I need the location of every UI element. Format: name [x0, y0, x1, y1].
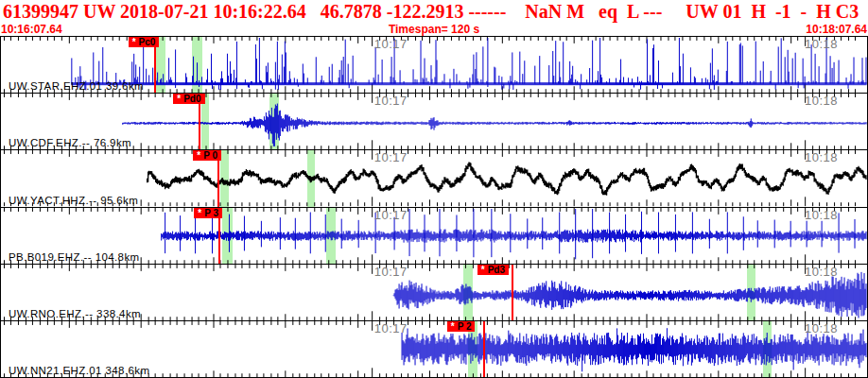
waveform-trace: [402, 328, 866, 371]
pick-flag[interactable]: *P 2: [447, 321, 476, 332]
pick-flag[interactable]: *Pc0: [129, 37, 160, 47]
pick-flag-marker: *: [451, 321, 455, 332]
trace-row-uw-yact-hhz[interactable]: 10:1710:18*P 0UW.YACT.HHZ.-- 95.6km: [1, 149, 867, 206]
channel-label: PB.B019.EHZ.-- 104.8km: [9, 251, 140, 264]
pick-flag[interactable]: *P 0: [193, 150, 221, 161]
trace-row-uw-star-ehz[interactable]: 10:1710:18*Pc0UW.STAR.EHZ.01 39.6km: [1, 36, 867, 93]
waveform-trace: [123, 104, 866, 146]
pick-flag-marker: *: [197, 150, 200, 161]
pick-flag-phase: P 2: [458, 321, 472, 332]
pick-flag-phase: P 3: [204, 208, 218, 218]
channel-label: UW.STAR.EHZ.01 39.6km: [9, 80, 144, 93]
pick-flag[interactable]: *Pd3: [477, 265, 509, 275]
pick-time-line: [483, 321, 485, 377]
channel-label: UW.RNO.EHZ.-- 338.4km: [9, 308, 141, 320]
window-end-time: 10:18:07.64: [806, 24, 867, 36]
waveform-trace: [148, 163, 866, 196]
waveform-trace: [393, 272, 866, 318]
pick-flag-marker: *: [481, 265, 485, 275]
pick-flag-phase: P 0: [203, 150, 217, 161]
minute-label: 10:18: [805, 322, 838, 335]
pick-flag-phase: Pd0: [183, 94, 200, 104]
pick-flag-marker: *: [177, 94, 181, 104]
pick-flag-phase: Pc0: [139, 37, 156, 47]
pick-flag[interactable]: *P 3: [194, 208, 222, 218]
minute-label: 10:18: [805, 38, 838, 50]
channel-label: UW.CDF.EHZ.-- 76.9km: [9, 137, 131, 149]
trace-row-pb-b019-ehz[interactable]: 10:1710:18*P 3PB.B019.EHZ.-- 104.8km: [1, 207, 867, 264]
minute-label: 10:18: [805, 266, 838, 278]
trace-panel: 10:1710:18*Pc0UW.STAR.EHZ.01 39.6km10:17…: [0, 36, 868, 378]
pick-flag[interactable]: *Pd0: [173, 94, 204, 104]
pick-flag-phase: Pd3: [488, 265, 505, 275]
event-header: 61399947 UW 2018-07-21 10:16:22.64 46.78…: [3, 0, 868, 25]
channel-label: UW.NN21.EHZ.01 348.6km: [9, 365, 149, 377]
window-start-time: 10:16:07.64: [1, 24, 62, 36]
minute-label: 10:17: [374, 322, 408, 335]
minute-label: 10:17: [374, 151, 408, 163]
minute-label: 10:17: [374, 94, 408, 107]
minute-label: 10:17: [374, 38, 408, 50]
minute-label: 10:18: [805, 94, 838, 107]
minute-label: 10:18: [805, 209, 838, 221]
channel-label: UW.YACT.HHZ.-- 95.6km: [9, 195, 138, 207]
minute-label: 10:18: [805, 151, 838, 163]
time-bar: 10:16:07.64 Timespan= 120 s 10:18:07.64: [0, 24, 868, 36]
minute-label: 10:17: [374, 266, 408, 278]
trace-row-uw-nn21-ehz[interactable]: 10:1710:18*P 2UW.NN21.EHZ.01 348.6km: [1, 320, 867, 377]
trace-row-uw-rno-ehz[interactable]: 10:1710:18*Pd3UW.RNO.EHZ.-- 338.4km: [1, 264, 867, 320]
pick-flag-marker: *: [132, 37, 136, 47]
waveform-trace: [162, 208, 866, 258]
pick-time-line: [512, 265, 513, 320]
timespan-label: Timespan= 120 s: [389, 24, 479, 36]
waveform-trace: [72, 38, 866, 90]
minute-label: 10:17: [374, 209, 408, 221]
pick-flag-marker: *: [198, 208, 201, 218]
trace-row-uw-cdf-ehz[interactable]: 10:1710:18*Pd0UW.CDF.EHZ.-- 76.9km: [1, 93, 867, 149]
